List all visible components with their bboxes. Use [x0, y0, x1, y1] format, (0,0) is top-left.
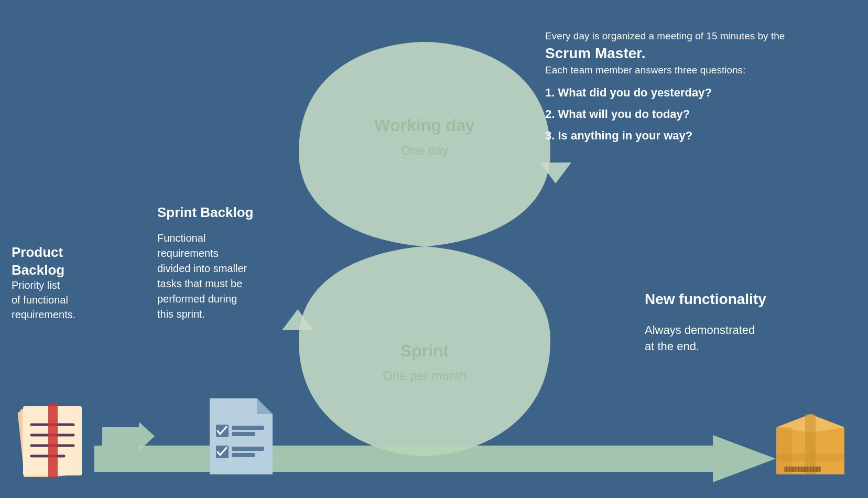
svg-rect-15 — [48, 404, 58, 477]
product-backlog-title: Product Backlog — [12, 244, 116, 279]
svg-rect-39 — [813, 467, 814, 472]
svg-rect-41 — [819, 467, 820, 472]
svg-marker-17 — [257, 398, 273, 414]
question-1: 1. What did you do yesterday? — [545, 84, 839, 101]
svg-rect-32 — [791, 467, 794, 472]
svg-rect-28 — [776, 453, 844, 461]
daily-scrum-intro: Every day is organized a meeting of 15 m… — [545, 30, 785, 41]
svg-text:Working day: Working day — [374, 116, 475, 135]
question-2: 2. What will you do today? — [545, 105, 839, 123]
svg-rect-40 — [816, 467, 818, 472]
product-backlog-body: Priority list of functional requirements… — [12, 278, 122, 322]
svg-rect-37 — [807, 467, 808, 472]
product-backlog-icon — [12, 393, 95, 477]
svg-rect-19 — [232, 426, 264, 430]
svg-rect-27 — [805, 414, 816, 474]
main-container: Working day One day Sprint One per month… — [0, 0, 868, 498]
small-arrow-1 — [102, 422, 155, 451]
delivery-box-icon — [768, 393, 852, 477]
svg-text:One day: One day — [401, 143, 449, 157]
daily-scrum-followup: Each team member answers three questions… — [545, 64, 745, 75]
svg-rect-20 — [232, 432, 255, 436]
sprint-backlog-body: Functional requirements divided into sma… — [157, 231, 299, 322]
svg-rect-34 — [798, 467, 799, 472]
daily-scrum-block: Every day is organized a meeting of 15 m… — [545, 29, 839, 144]
svg-rect-38 — [810, 467, 811, 472]
svg-text:Sprint: Sprint — [400, 341, 449, 360]
svg-rect-23 — [232, 453, 255, 457]
sprint-backlog-icon — [204, 393, 278, 477]
new-functionality-body: Always demonstrated at the end. — [645, 322, 833, 355]
svg-rect-30 — [786, 467, 787, 472]
svg-marker-6 — [94, 435, 776, 482]
svg-text:One per month: One per month — [383, 369, 466, 383]
svg-rect-36 — [804, 467, 806, 472]
bottom-arrow — [94, 435, 776, 482]
question-3: 3. Is anything in your way? — [545, 127, 839, 144]
new-functionality-title: New functionality — [645, 291, 844, 308]
svg-rect-33 — [795, 467, 796, 472]
sprint-backlog-title: Sprint Backlog — [157, 204, 294, 221]
svg-rect-31 — [789, 467, 790, 472]
svg-rect-35 — [801, 467, 802, 472]
svg-rect-22 — [232, 447, 264, 451]
scrum-master-text: Scrum Master. — [545, 45, 645, 61]
svg-marker-7 — [102, 422, 155, 451]
